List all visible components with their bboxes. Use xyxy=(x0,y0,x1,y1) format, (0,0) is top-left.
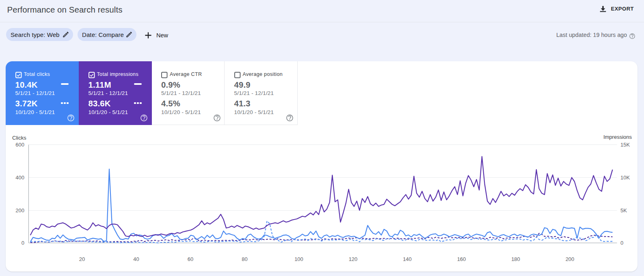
svg-text:40: 40 xyxy=(133,256,139,262)
svg-text:600: 600 xyxy=(15,142,24,148)
svg-text:180: 180 xyxy=(511,256,520,262)
svg-text:20: 20 xyxy=(79,256,85,262)
svg-text:80: 80 xyxy=(242,256,247,262)
svg-text:200: 200 xyxy=(566,256,575,262)
svg-text:160: 160 xyxy=(457,256,466,262)
svg-text:Clicks: Clicks xyxy=(12,135,26,141)
svg-text:0: 0 xyxy=(620,240,623,246)
svg-text:120: 120 xyxy=(349,256,358,262)
svg-text:0: 0 xyxy=(22,240,24,246)
svg-text:400: 400 xyxy=(15,175,24,181)
svg-text:200: 200 xyxy=(15,207,24,213)
svg-text:Impressions: Impressions xyxy=(603,134,632,140)
svg-text:140: 140 xyxy=(403,256,412,262)
svg-text:60: 60 xyxy=(188,256,193,262)
svg-text:15K: 15K xyxy=(620,142,630,148)
svg-text:5K: 5K xyxy=(620,207,627,213)
svg-text:10K: 10K xyxy=(620,175,630,181)
svg-text:100: 100 xyxy=(294,256,303,262)
